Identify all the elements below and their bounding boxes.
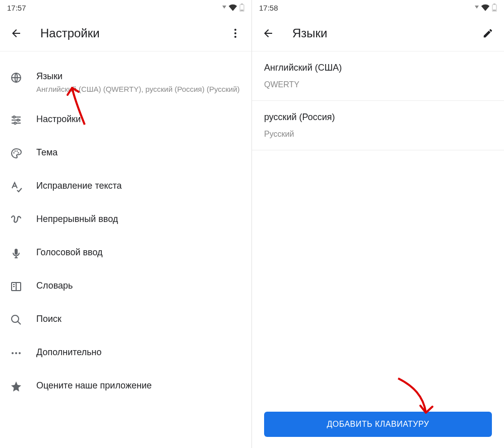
row-title: Тема [36, 147, 241, 158]
row-languages[interactable]: Языки Английский (США) (QWERTY), русский… [0, 63, 251, 103]
back-button[interactable] [258, 23, 278, 43]
book-icon [10, 281, 22, 293]
wifi-icon [228, 4, 237, 11]
page-title: Языки [292, 26, 478, 40]
language-item[interactable]: русский (Россия) Русский [252, 101, 504, 150]
signal-dropdown-icon [475, 6, 479, 10]
svg-point-24 [12, 352, 14, 354]
svg-line-23 [18, 321, 21, 324]
status-icons [475, 4, 497, 12]
star-icon [10, 380, 22, 393]
row-advanced[interactable]: Дополнительно [0, 336, 251, 369]
arrow-back-icon [262, 27, 274, 39]
row-voice-typing[interactable]: Голосовой ввод [0, 236, 251, 269]
row-text-correction[interactable]: Исправление текста [0, 170, 251, 203]
row-title: Непрерывный ввод [36, 213, 241, 225]
status-time: 17:57 [7, 4, 26, 12]
signal-dropdown-icon [222, 6, 226, 10]
row-title: Поиск [36, 313, 241, 325]
status-bar: 17:58 [252, 0, 504, 15]
back-button[interactable] [6, 23, 26, 43]
language-layout: Русский [264, 130, 492, 139]
language-name: русский (Россия) [264, 112, 492, 123]
svg-point-4 [234, 32, 236, 34]
globe-icon [10, 72, 22, 84]
row-title: Оцените наше приложение [36, 380, 241, 391]
settings-screen: 17:57 Настройки Языки Английский (США) (… [0, 0, 252, 448]
row-title: Языки [36, 71, 241, 82]
svg-point-12 [14, 122, 16, 124]
wifi-icon [481, 4, 490, 11]
row-theme[interactable]: Тема [0, 136, 251, 170]
app-bar: Настройки [0, 15, 251, 51]
svg-point-16 [18, 152, 19, 153]
svg-rect-17 [15, 249, 18, 255]
palette-icon [10, 147, 22, 159]
svg-point-22 [12, 315, 19, 322]
gesture-icon [10, 214, 22, 226]
row-subtitle: Английский (США) (QWERTY), русский (Росс… [36, 84, 241, 94]
row-search[interactable]: Поиск [0, 303, 251, 336]
battery-icon [492, 4, 497, 12]
language-list: Английский (США) QWERTY русский (Россия)… [252, 51, 504, 150]
language-name: Английский (США) [264, 63, 492, 73]
language-item[interactable]: Английский (США) QWERTY [252, 51, 504, 101]
search-icon [10, 314, 22, 326]
mic-icon [10, 247, 22, 259]
status-bar: 17:57 [0, 0, 251, 15]
svg-rect-2 [240, 10, 243, 11]
row-title: Исправление текста [36, 180, 241, 192]
arrow-back-icon [10, 27, 22, 39]
row-gesture-typing[interactable]: Непрерывный ввод [0, 203, 251, 236]
settings-list: Языки Английский (США) (QWERTY), русский… [0, 51, 251, 403]
battery-icon [239, 4, 244, 12]
edit-button[interactable] [478, 23, 498, 43]
spellcheck-icon [10, 181, 22, 193]
more-horiz-icon [10, 347, 22, 359]
pencil-icon [482, 28, 493, 39]
svg-point-10 [13, 116, 15, 118]
row-preferences[interactable]: Настройки [0, 103, 251, 136]
more-vert-icon [229, 27, 241, 39]
languages-screen: 17:58 Языки Английский (США) QWERTY русс… [252, 0, 504, 448]
svg-point-11 [17, 119, 19, 121]
row-title: Настройки [36, 114, 241, 125]
svg-point-15 [17, 150, 18, 152]
row-title: Голосовой ввод [36, 247, 241, 258]
language-layout: QWERTY [264, 80, 492, 89]
app-bar: Языки [252, 15, 504, 51]
sliders-icon [10, 114, 22, 126]
status-icons [222, 4, 244, 12]
svg-point-14 [15, 150, 16, 152]
row-dictionary[interactable]: Словарь [0, 269, 251, 303]
row-title: Дополнительно [36, 347, 241, 358]
overflow-button[interactable] [225, 23, 245, 43]
add-keyboard-button[interactable]: ДОБАВИТЬ КЛАВИАТУРУ [264, 412, 492, 437]
row-rate-app[interactable]: Оцените наше приложение [0, 369, 251, 403]
status-time: 17:58 [259, 4, 278, 12]
svg-point-25 [15, 352, 17, 354]
svg-point-26 [19, 352, 21, 354]
svg-point-3 [234, 29, 236, 31]
row-title: Словарь [36, 280, 241, 292]
add-keyboard-label: ДОБАВИТЬ КЛАВИАТУРУ [327, 420, 429, 429]
svg-rect-29 [493, 10, 496, 11]
page-title: Настройки [40, 26, 225, 40]
svg-point-5 [234, 36, 236, 38]
svg-point-13 [13, 152, 15, 153]
